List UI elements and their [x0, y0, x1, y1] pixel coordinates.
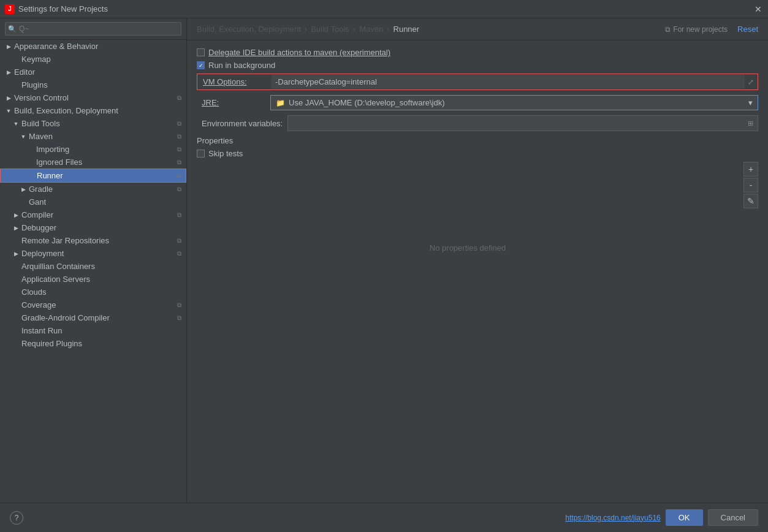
sidebar-item-build-execution[interactable]: ▼Build, Execution, Deployment: [0, 104, 186, 117]
env-input-wrapper: ⊞: [287, 115, 758, 131]
breadcrumb-part-3: Runner: [394, 25, 420, 34]
copy-icon-maven: ⧉: [177, 133, 181, 140]
toggle-icon-build-execution: ▼: [5, 107, 12, 115]
vm-options-label: VM Options:: [198, 75, 272, 89]
sidebar-item-compiler[interactable]: ▶Compiler⧉: [0, 208, 186, 221]
search-input[interactable]: [5, 22, 181, 36]
skip-tests-checkbox[interactable]: [197, 150, 205, 158]
properties-header: Properties: [197, 136, 758, 145]
bottom-left: ?: [10, 511, 23, 525]
sidebar-item-label-required-plugins: Required Plugins: [21, 339, 82, 348]
delegate-checkbox-row: Delegate IDE build actions to maven (exp…: [197, 48, 758, 57]
sidebar-item-label-coverage: Coverage: [21, 300, 56, 310]
sidebar-item-plugins[interactable]: Plugins: [0, 78, 186, 91]
expand-button[interactable]: ⤢: [745, 76, 757, 88]
folder-icon: 📁: [276, 99, 285, 107]
sidebar-item-ignored-files[interactable]: Ignored Files⧉: [0, 156, 186, 169]
edit-property-button[interactable]: ✎: [743, 194, 758, 208]
run-bg-label: Run in background: [208, 61, 275, 70]
sidebar-item-label-clouds: Clouds: [21, 287, 46, 297]
toggle-icon-deployment: ▶: [12, 250, 20, 257]
copy-icon-version-control: ⧉: [177, 94, 181, 102]
sidebar-item-gradle-android[interactable]: Gradle-Android Compiler⧉: [0, 311, 186, 324]
breadcrumb-left: Build, Execution, Deployment › Build Too…: [197, 25, 419, 34]
breadcrumb-arrow-2: ›: [353, 25, 355, 34]
help-button[interactable]: ?: [10, 511, 23, 525]
toggle-icon-compiler: ▶: [12, 211, 20, 219]
env-browse-button[interactable]: ⊞: [743, 116, 758, 131]
toggle-icon-editor: ▶: [5, 69, 12, 76]
sidebar-item-label-gant: Gant: [29, 197, 46, 207]
sidebar-item-label-deployment: Deployment: [21, 249, 64, 258]
app-icon: J: [5, 4, 15, 14]
breadcrumb-arrow-3: ›: [387, 25, 389, 34]
sidebar-item-arquillian[interactable]: Arquillian Containers: [0, 260, 186, 273]
search-box: 🔍: [0, 18, 186, 40]
sidebar-item-clouds[interactable]: Clouds: [0, 286, 186, 298]
sidebar-item-version-control[interactable]: ▶Version Control⧉: [0, 91, 186, 104]
toggle-icon-gradle: ▶: [20, 186, 27, 193]
sidebar-item-label-debugger: Debugger: [21, 223, 56, 232]
sidebar-item-instant-run[interactable]: Instant Run: [0, 324, 186, 337]
breadcrumb-arrow-1: ›: [305, 25, 307, 34]
sidebar-item-label-keymap: Keymap: [21, 55, 51, 64]
properties-area: No properties defined: [197, 162, 739, 333]
breadcrumb-part-0: Build, Execution, Deployment: [197, 25, 301, 34]
jre-dropdown[interactable]: 📁 Use JAVA_HOME (D:\develop_software\jdk…: [270, 95, 758, 110]
sidebar-item-label-compiler: Compiler: [21, 210, 53, 219]
copy-icon-coverage: ⧉: [177, 302, 181, 309]
cancel-button[interactable]: Cancel: [708, 509, 758, 526]
sidebar-item-build-tools[interactable]: ▼Build Tools⧉: [0, 117, 186, 130]
sidebar-item-runner[interactable]: Runner⧉: [0, 169, 186, 183]
sidebar-item-editor[interactable]: ▶Editor: [0, 66, 186, 78]
bottom-bar: ? https://blog.csdn.net/jiayu516 OK Canc…: [0, 503, 768, 532]
sidebar-item-appearance-behavior[interactable]: ▶Appearance & Behavior: [0, 40, 186, 53]
sidebar-items-container: ▶Appearance & BehaviorKeymap▶EditorPlugi…: [0, 40, 186, 350]
chevron-down-icon: ▾: [748, 98, 753, 107]
sidebar-item-importing[interactable]: Importing⧉: [0, 143, 186, 156]
jre-label: JRE:: [197, 96, 270, 110]
sidebar-item-remote-jar[interactable]: Remote Jar Repositories⧉: [0, 234, 186, 247]
copy-icon-compiler: ⧉: [177, 211, 181, 219]
sidebar-item-deployment[interactable]: ▶Deployment⧉: [0, 247, 186, 260]
delegate-checkbox[interactable]: [197, 48, 205, 56]
sidebar-item-gant[interactable]: Gant: [0, 196, 186, 208]
sidebar-item-debugger[interactable]: ▶Debugger: [0, 221, 186, 234]
sidebar-item-label-importing: Importing: [36, 145, 69, 154]
title-bar: J Settings for New Projects ✕: [0, 0, 768, 18]
run-bg-checkbox[interactable]: ✓: [197, 61, 205, 69]
sidebar-item-keymap[interactable]: Keymap: [0, 53, 186, 66]
copy-icon-gradle: ⧉: [177, 186, 181, 193]
title-bar-left: J Settings for New Projects: [5, 4, 108, 14]
sidebar-item-label-appearance-behavior: Appearance & Behavior: [14, 42, 98, 51]
sidebar-item-coverage[interactable]: Coverage⧉: [0, 298, 186, 311]
sidebar-item-gradle[interactable]: ▶Gradle⧉: [0, 183, 186, 196]
search-icon: 🔍: [8, 25, 17, 33]
sidebar-item-app-servers[interactable]: Application Servers: [0, 273, 186, 286]
ok-button[interactable]: OK: [666, 509, 703, 526]
close-button[interactable]: ✕: [753, 4, 763, 14]
sidebar-item-label-arquillian: Arquillian Containers: [21, 262, 95, 271]
copy-icon-deployment: ⧉: [177, 250, 181, 257]
main-container: 🔍 ▶Appearance & BehaviorKeymap▶EditorPlu…: [0, 18, 768, 503]
skip-tests-label: Skip tests: [208, 149, 243, 158]
env-input[interactable]: [288, 116, 743, 131]
sidebar-item-label-app-servers: Application Servers: [21, 275, 90, 284]
remove-property-button[interactable]: -: [743, 178, 758, 192]
bottom-right: https://blog.csdn.net/jiayu516 OK Cancel: [565, 509, 758, 526]
sidebar-item-maven[interactable]: ▼Maven⧉: [0, 130, 186, 143]
sidebar-item-label-plugins: Plugins: [21, 80, 48, 89]
sidebar-item-required-plugins[interactable]: Required Plugins: [0, 337, 186, 350]
toggle-icon-maven: ▼: [20, 133, 27, 140]
delegate-label: Delegate IDE build actions to maven (exp…: [208, 48, 390, 57]
sidebar-item-label-gradle-android: Gradle-Android Compiler: [21, 313, 110, 322]
jre-row: JRE: 📁 Use JAVA_HOME (D:\develop_softwar…: [197, 95, 758, 110]
sidebar-item-label-build-tools: Build Tools: [21, 119, 60, 128]
reset-button[interactable]: Reset: [737, 25, 758, 34]
side-buttons: + - ✎: [743, 162, 758, 208]
content-area: Build, Execution, Deployment › Build Too…: [187, 18, 768, 503]
add-property-button[interactable]: +: [743, 162, 758, 177]
toggle-icon-appearance-behavior: ▶: [5, 43, 12, 50]
vm-options-input[interactable]: [272, 75, 745, 89]
vm-options-row: VM Options: ⤢: [197, 74, 758, 90]
